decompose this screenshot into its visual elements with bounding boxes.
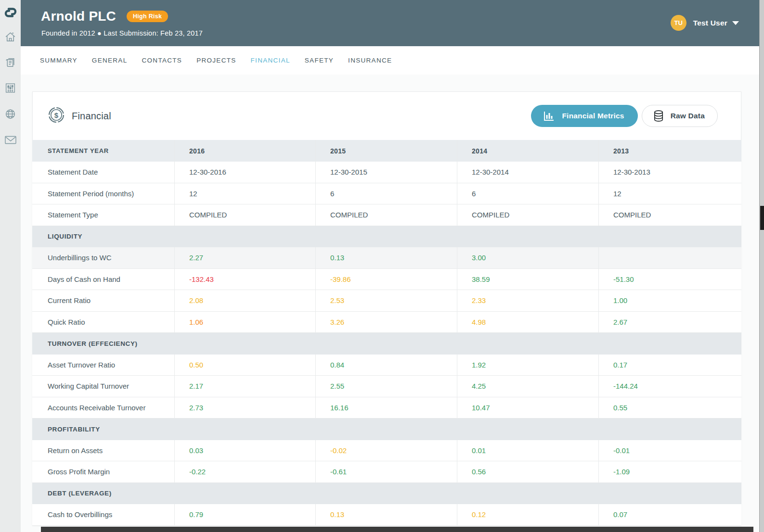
tab-financial[interactable]: FINANCIAL xyxy=(251,57,290,64)
tab-bar: SUMMARYGENERALCONTACTSPROJECTSFINANCIALS… xyxy=(21,46,764,75)
metric-value: 12-30-2014 xyxy=(457,162,598,183)
metric-value: 10.47 xyxy=(457,397,598,418)
metric-value: 12 xyxy=(174,183,315,204)
metric-row[interactable]: Accounts Receivable Turnover2.7316.1610.… xyxy=(32,397,741,419)
metric-value: 4.25 xyxy=(457,376,598,397)
metric-value: 38.59 xyxy=(457,269,598,290)
bottom-bar xyxy=(41,527,753,532)
metric-label: Statement Type xyxy=(32,204,174,226)
metric-value: 0.13 xyxy=(315,504,457,525)
avatar[interactable]: TU xyxy=(671,15,686,31)
metric-label: Gross Profit Margin xyxy=(32,461,174,482)
metric-row[interactable]: Gross Profit Margin-0.22-0.610.56-1.09 xyxy=(32,461,741,483)
section-label: DEBT (LEVERAGE) xyxy=(32,483,741,505)
metric-value: 0.12 xyxy=(457,504,598,525)
user-menu[interactable]: TU Test User xyxy=(671,15,739,31)
metric-value: -51.30 xyxy=(598,269,741,290)
tab-contacts[interactable]: CONTACTS xyxy=(142,57,182,64)
home-icon[interactable] xyxy=(0,31,21,43)
metric-label: Cash to Overbillings xyxy=(32,504,174,525)
metric-value: 12-30-2016 xyxy=(174,162,315,183)
metric-value: 2.73 xyxy=(174,397,315,418)
metric-label: Statement Period (months) xyxy=(32,183,174,204)
metric-value: 2.33 xyxy=(457,290,598,311)
metric-value: 2.17 xyxy=(174,376,315,397)
tab-projects[interactable]: PROJECTS xyxy=(196,57,236,64)
metric-value: 2.08 xyxy=(174,290,315,311)
metric-value: -0.02 xyxy=(315,440,457,461)
financial-metrics-button[interactable]: Financial Metrics xyxy=(531,105,637,127)
metric-value: 12 xyxy=(598,183,741,204)
metric-label: Current Ratio xyxy=(32,290,174,311)
financial-table-body: Statement Date12-30-201612-30-201512-30-… xyxy=(32,162,741,526)
metric-label: Quick Ratio xyxy=(32,312,174,333)
metric-value: 0.17 xyxy=(598,355,741,376)
scrollbar-thumb[interactable] xyxy=(760,206,764,230)
section-header-row: LIQUIDITY xyxy=(32,226,741,248)
metric-value: 1.92 xyxy=(457,355,598,376)
metric-row[interactable]: Working Capital Turnover2.172.554.25-144… xyxy=(32,376,741,397)
metric-row[interactable]: Quick Ratio1.063.264.982.67 xyxy=(32,312,741,333)
tab-insurance[interactable]: INSURANCE xyxy=(348,57,392,64)
globe-icon[interactable] xyxy=(0,108,21,120)
year-column-header: 2014 xyxy=(457,140,598,162)
company-name: Arnold PLC xyxy=(41,9,116,24)
financial-card: $ Financial Financial Metrics xyxy=(32,91,741,526)
metric-row[interactable]: Asset Turnover Ratio0.500.841.920.17 xyxy=(32,355,741,376)
metric-label: Days of Cash on Hand xyxy=(32,269,174,290)
tab-summary[interactable]: SUMMARY xyxy=(40,57,78,64)
metric-row[interactable]: Statement Date12-30-201612-30-201512-30-… xyxy=(32,162,741,183)
metric-label: Statement Date xyxy=(32,162,174,183)
metric-value: 16.16 xyxy=(315,397,457,418)
sidebar xyxy=(0,0,21,532)
metric-row[interactable]: Days of Cash on Hand-132.43-39.8638.59-5… xyxy=(32,269,741,291)
metric-value: 3.00 xyxy=(457,247,598,268)
metric-row[interactable]: Statement Period (months)126612 xyxy=(32,183,741,205)
metric-value: -39.86 xyxy=(315,269,457,290)
raw-data-button[interactable]: Raw Data xyxy=(642,105,718,127)
database-icon xyxy=(653,110,664,122)
card-header: $ Financial Financial Metrics xyxy=(33,92,741,140)
metric-value: 6 xyxy=(315,183,457,204)
svg-text:$: $ xyxy=(54,111,59,119)
metric-value: 12-30-2015 xyxy=(315,162,457,183)
tab-safety[interactable]: SAFETY xyxy=(305,57,334,64)
metric-value: -1.09 xyxy=(598,461,741,482)
controls-icon[interactable] xyxy=(0,82,21,94)
table-header-label: STATEMENT YEAR xyxy=(32,140,174,162)
app-logo-icon[interactable] xyxy=(0,6,21,19)
metric-row[interactable]: Statement TypeCOMPILEDCOMPILEDCOMPILEDCO… xyxy=(32,204,741,226)
metric-value: 2.55 xyxy=(315,376,457,397)
risk-badge: High Risk xyxy=(127,11,168,22)
metric-value: 0.55 xyxy=(598,397,741,418)
metric-value: COMPILED xyxy=(315,204,457,226)
metric-label: Underbillings to WC xyxy=(32,247,174,268)
metric-value: -0.22 xyxy=(174,461,315,482)
metric-value: 0.56 xyxy=(457,461,598,482)
year-column-header: 2016 xyxy=(174,140,315,162)
mail-icon[interactable] xyxy=(0,135,21,145)
vertical-scrollbar[interactable] xyxy=(759,0,764,532)
metric-label: Working Capital Turnover xyxy=(32,376,174,397)
metric-row[interactable]: Cash to Overbillings0.790.130.120.07 xyxy=(32,504,741,526)
metric-value: 2.27 xyxy=(174,247,315,268)
section-label: TURNOVER (EFFECIENCY) xyxy=(32,333,741,355)
metric-row[interactable]: Underbillings to WC2.270.133.00 xyxy=(32,247,741,269)
metric-value: 1.00 xyxy=(598,290,741,311)
metric-value: 12-30-2013 xyxy=(598,162,741,183)
app-window: Arnold PLC High Risk Founded in 2012 ● L… xyxy=(0,0,764,532)
tab-general[interactable]: GENERAL xyxy=(92,57,128,64)
metric-value xyxy=(598,247,741,268)
dollar-coin-icon: $ xyxy=(48,107,65,125)
metric-label: Return on Assets xyxy=(32,440,174,461)
metric-value: 0.07 xyxy=(598,504,741,525)
metric-label: Asset Turnover Ratio xyxy=(32,355,174,376)
contract-icon[interactable] xyxy=(0,56,21,69)
metric-value: COMPILED xyxy=(174,204,315,226)
chevron-down-icon xyxy=(732,21,739,25)
metric-row[interactable]: Return on Assets0.03-0.020.01-0.01 xyxy=(32,440,741,462)
metric-row[interactable]: Current Ratio2.082.532.331.00 xyxy=(32,290,741,312)
metric-value: 0.50 xyxy=(174,355,315,376)
section-header-row: TURNOVER (EFFECIENCY) xyxy=(32,333,741,355)
user-name: Test User xyxy=(693,19,727,27)
